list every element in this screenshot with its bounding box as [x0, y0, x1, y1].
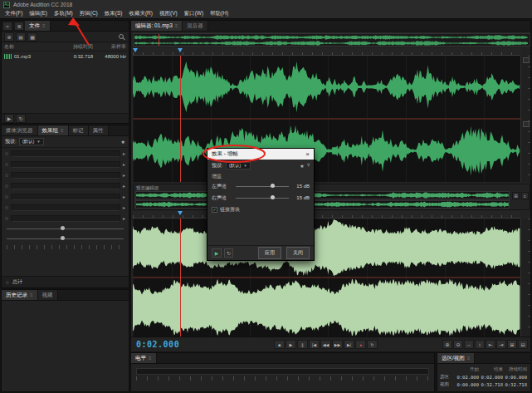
record-button[interactable]: ●	[355, 340, 366, 349]
power-icon[interactable]: ○	[5, 183, 8, 189]
auto-play-icon[interactable]: ▶	[4, 114, 14, 123]
slot-arrow-icon[interactable]: ▸	[123, 150, 125, 156]
right-channel-button[interactable]	[523, 121, 530, 127]
new-folder-icon[interactable]: ▤	[16, 32, 26, 42]
column-sample-rate[interactable]: 采样率	[93, 43, 126, 51]
tab-mixer[interactable]: 混音器	[183, 21, 208, 31]
tab-levels[interactable]: 电平 ≡	[131, 353, 157, 363]
menu-favorites[interactable]: 收藏夹(R)	[125, 9, 156, 18]
preview-ruler[interactable]	[133, 211, 520, 219]
zoom-selection-start-button[interactable]: ⇤	[486, 340, 495, 349]
apply-button[interactable]: 应用	[258, 247, 281, 259]
selection-start[interactable]: 0:02.000	[455, 375, 479, 380]
slider-knob[interactable]	[271, 184, 275, 188]
tab-markers[interactable]: 标记	[69, 125, 89, 135]
preview-playhead[interactable]	[180, 219, 181, 337]
timeline-ruler[interactable]	[133, 48, 520, 56]
rack-preset-dropdown[interactable]: (默认) ▼	[19, 138, 44, 145]
import-file-icon[interactable]: ⊕	[4, 32, 14, 42]
menu-view[interactable]: 视图(V)	[156, 9, 181, 18]
view-end[interactable]: 0:32.718	[479, 382, 503, 387]
pause-button[interactable]: ∥	[297, 340, 308, 349]
selection-start-marker[interactable]	[133, 48, 138, 52]
menu-edit[interactable]: 编辑(E)	[26, 9, 51, 18]
panel-menu-icon[interactable]: ≡	[61, 128, 64, 133]
preview-playhead-marker[interactable]	[178, 211, 183, 215]
power-icon[interactable]: ○	[5, 150, 8, 156]
slot-arrow-icon[interactable]: ▸	[123, 172, 125, 178]
menu-clip[interactable]: 剪辑(C)	[76, 9, 101, 18]
slot-arrow-icon[interactable]: ▸	[123, 194, 125, 199]
input-gain-slider[interactable]	[7, 228, 124, 229]
zoom-selection-button[interactable]: ⊞	[507, 340, 517, 349]
left-gain-slider[interactable]	[236, 186, 289, 187]
slider-knob[interactable]	[61, 236, 65, 240]
favorite-icon[interactable]: ★	[121, 139, 125, 145]
preview-loop-button[interactable]: ↻	[224, 248, 233, 258]
multitrack-view-icon[interactable]: ≣	[14, 22, 24, 31]
zoom-out-button[interactable]: ⊖	[453, 340, 463, 349]
preset-dropdown[interactable]: (默认) ▼	[226, 162, 251, 169]
playhead-marker[interactable]	[178, 48, 183, 52]
panel-menu-icon[interactable]: ≡	[30, 292, 33, 297]
help-icon[interactable]: ?	[307, 163, 310, 168]
preview-zoom-icon[interactable]: ⊞	[512, 192, 520, 199]
column-name[interactable]: 名称	[4, 43, 65, 51]
menu-multitrack[interactable]: 多轨(M)	[51, 9, 76, 18]
preview-amplitude-scale[interactable]	[520, 219, 530, 337]
rack-slot[interactable]: ○▸	[2, 202, 129, 213]
slot-arrow-icon[interactable]: ▸	[123, 161, 125, 167]
loop-button[interactable]: ↻	[367, 340, 378, 349]
panel-menu-icon[interactable]: ≡	[467, 356, 471, 361]
rack-slot[interactable]: ○▸	[2, 159, 129, 169]
preview-waveform-display[interactable]	[133, 219, 520, 337]
power-icon[interactable]: ○	[5, 204, 8, 210]
tab-selection-view[interactable]: 选区/视图 ≡	[437, 353, 475, 363]
menu-window[interactable]: 窗口(W)	[181, 9, 207, 18]
menu-help[interactable]: 帮助(H)	[207, 9, 232, 18]
play-button[interactable]: ▶	[286, 340, 296, 349]
skip-to-start-button[interactable]: |◀	[309, 340, 320, 349]
media-filter-icon[interactable]: ▦	[27, 32, 37, 42]
tab-files[interactable]: 文件 ≡	[25, 21, 51, 31]
selection-end[interactable]: 0:02.000	[479, 375, 503, 380]
output-gain-slider[interactable]	[7, 238, 124, 239]
dialog-close-icon[interactable]: ×	[305, 150, 310, 158]
effect-slot[interactable]	[11, 172, 120, 179]
preview-mini-waveform[interactable]	[135, 191, 510, 199]
amplitude-scale[interactable]	[520, 56, 530, 182]
power-icon[interactable]: ○	[5, 194, 8, 199]
power-icon[interactable]: ○	[6, 279, 9, 285]
slider-knob[interactable]	[271, 195, 275, 199]
playhead[interactable]	[180, 56, 181, 182]
view-duration[interactable]: 0:32.718	[503, 382, 527, 387]
right-gain-slider[interactable]	[236, 198, 289, 199]
tab-properties[interactable]: 属性	[89, 125, 109, 135]
slider-knob[interactable]	[61, 226, 65, 230]
fast-forward-button[interactable]: ▶▶	[332, 340, 343, 349]
rack-slot[interactable]: ○▸	[2, 169, 129, 180]
file-row[interactable]: 01.mp3 0:32.718 48000 Hz	[2, 52, 129, 61]
close-button[interactable]: 关闭	[286, 247, 310, 259]
zoom-full-button[interactable]: ⊟	[518, 340, 528, 349]
waveform-display[interactable]	[133, 56, 520, 182]
effect-slot[interactable]	[11, 150, 120, 157]
link-sliders-checkbox[interactable]: ✓	[212, 207, 217, 213]
tab-effects-rack[interactable]: 效果组 ≡	[38, 125, 69, 135]
search-icon[interactable]	[119, 34, 124, 39]
power-icon[interactable]: ○	[5, 161, 8, 167]
effect-slot[interactable]	[11, 215, 120, 222]
zoom-selection-end-button[interactable]: ⇥	[496, 340, 506, 349]
slot-arrow-icon[interactable]: ▸	[123, 204, 125, 210]
tab-editor[interactable]: 编辑器: 01.mp3 ≡	[131, 21, 183, 31]
favorite-icon[interactable]: ★	[300, 163, 304, 169]
tab-video[interactable]: 视频	[38, 290, 58, 300]
effect-slot[interactable]	[11, 161, 120, 168]
rack-slot[interactable]: ○▸	[2, 213, 129, 224]
rack-slot[interactable]: ○▸	[2, 148, 129, 159]
column-duration[interactable]: 持续时间	[65, 43, 93, 51]
effect-slot[interactable]	[11, 194, 120, 200]
slot-arrow-icon[interactable]: ▸	[123, 183, 125, 189]
preview-menu-icon[interactable]: ≡	[521, 192, 529, 199]
slot-arrow-icon[interactable]: ▸	[123, 215, 125, 221]
